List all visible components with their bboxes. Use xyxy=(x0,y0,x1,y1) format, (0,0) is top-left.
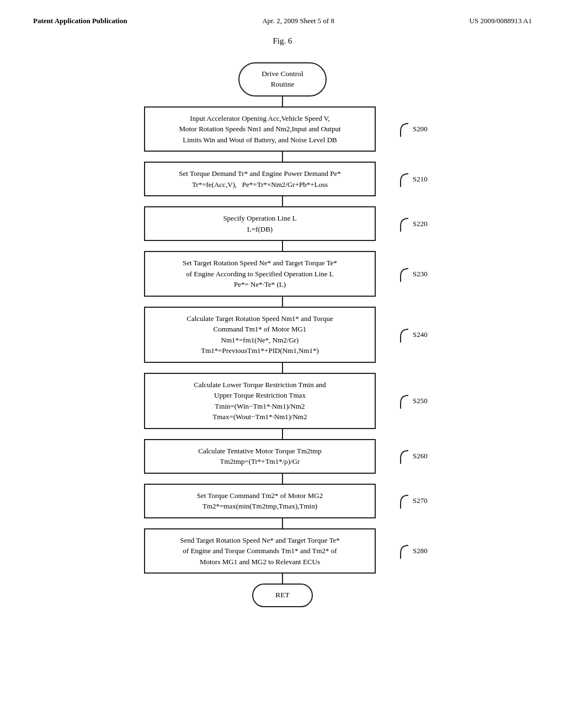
step-id-s260: S260 xyxy=(413,452,428,461)
step-id-s220: S220 xyxy=(413,220,428,228)
process-box-s210: Set Torque Demand Tr* and Engine Power D… xyxy=(144,162,376,196)
line xyxy=(282,363,283,373)
step-label-s240: S240 xyxy=(398,327,437,342)
connector-1 xyxy=(128,97,437,106)
step-id-s280: S280 xyxy=(413,547,428,555)
step-box-wrapper-s210: Set Torque Demand Tr* and Engine Power D… xyxy=(128,162,392,196)
step-box-wrapper-s260: Calculate Tentative Motor Torque Tm2tmp … xyxy=(128,439,392,474)
connector-10 xyxy=(128,574,437,584)
step-id-s230: S230 xyxy=(413,270,428,279)
step-arrow-s230-icon xyxy=(398,266,411,282)
step-box-wrapper-s230: Set Target Rotation Speed Ne* and Target… xyxy=(128,251,392,297)
step-arrow-s240-icon xyxy=(398,327,411,342)
step-box-wrapper-s250: Calculate Lower Torque Restriction Tmin … xyxy=(128,373,392,429)
step-box-wrapper-s220: Specify Operation Line L L=f(DB) xyxy=(128,206,392,241)
process-box-s280: Send Target Rotation Speed Ne* and Targe… xyxy=(144,528,376,574)
step-arrow-s210-icon xyxy=(398,172,411,187)
step-row-s210: Set Torque Demand Tr* and Engine Power D… xyxy=(128,162,437,196)
line xyxy=(282,429,283,439)
step-arrow-s250-icon xyxy=(398,393,411,409)
header-date-sheet: Apr. 2, 2009 Sheet 5 of 8 xyxy=(262,17,334,25)
step-box-wrapper-s280: Send Target Rotation Speed Ne* and Targe… xyxy=(128,528,392,574)
line xyxy=(282,518,283,528)
step-label-s230: S230 xyxy=(398,266,437,282)
step-label-s200: S200 xyxy=(398,121,437,137)
step-row-s280: Send Target Rotation Speed Ne* and Targe… xyxy=(128,528,437,574)
connector-5 xyxy=(128,297,437,307)
step-arrow-s220-icon xyxy=(398,216,411,232)
connector-2 xyxy=(128,152,437,162)
page-header: Patent Application Publication Apr. 2, 2… xyxy=(33,17,532,25)
connector-3 xyxy=(128,196,437,206)
step-label-s220: S220 xyxy=(398,216,437,232)
step-row-s250: Calculate Lower Torque Restriction Tmin … xyxy=(128,373,437,429)
line xyxy=(282,196,283,206)
step-id-s210: S210 xyxy=(413,175,428,184)
step-label-s280: S280 xyxy=(398,543,437,559)
step-box-wrapper-s240: Calculate Target Rotation Speed Nm1* and… xyxy=(128,307,392,363)
line xyxy=(282,97,283,106)
step-arrow-s280-icon xyxy=(398,543,411,559)
line xyxy=(282,474,283,484)
process-box-s230: Set Target Rotation Speed Ne* and Target… xyxy=(144,251,376,297)
step-row-s230: Set Target Rotation Speed Ne* and Target… xyxy=(128,251,437,297)
process-box-s220: Specify Operation Line L L=f(DB) xyxy=(144,206,376,241)
step-arrow-s260-icon xyxy=(398,448,411,464)
connector-4 xyxy=(128,241,437,251)
step-id-s270: S270 xyxy=(413,496,428,505)
step-label-s270: S270 xyxy=(398,493,437,508)
step-row-s240: Calculate Target Rotation Speed Nm1* and… xyxy=(128,307,437,363)
step-label-s210: S210 xyxy=(398,172,437,187)
step-id-s240: S240 xyxy=(413,330,428,339)
line xyxy=(282,297,283,307)
step-box-wrapper-s200: Input Accelerator Opening Acc,Vehicle Sp… xyxy=(128,106,392,152)
step-arrow-s200-icon xyxy=(398,121,411,137)
page: Patent Application Publication Apr. 2, 2… xyxy=(0,0,565,728)
connector-9 xyxy=(128,518,437,528)
step-label-s250: S250 xyxy=(398,393,437,409)
step-row-s220: Specify Operation Line L L=f(DB) S220 xyxy=(128,206,437,241)
line xyxy=(282,152,283,162)
step-row-s200: Input Accelerator Opening Acc,Vehicle Sp… xyxy=(128,106,437,152)
process-box-s250: Calculate Lower Torque Restriction Tmin … xyxy=(144,373,376,429)
connector-6 xyxy=(128,363,437,373)
line xyxy=(282,574,283,584)
line xyxy=(282,241,283,251)
connector-8 xyxy=(128,474,437,484)
process-box-s240: Calculate Target Rotation Speed Nm1* and… xyxy=(144,307,376,363)
connector-7 xyxy=(128,429,437,439)
step-id-s200: S200 xyxy=(413,125,428,133)
header-patent-number: US 2009/0088913 A1 xyxy=(470,17,532,25)
end-box: RET xyxy=(252,584,313,607)
step-id-s250: S250 xyxy=(413,397,428,405)
header-publication: Patent Application Publication xyxy=(33,17,127,25)
process-box-s270: Set Torque Command Tm2* of Motor MG2 Tm2… xyxy=(144,484,376,518)
step-arrow-s270-icon xyxy=(398,493,411,508)
process-box-s260: Calculate Tentative Motor Torque Tm2tmp … xyxy=(144,439,376,474)
step-row-s260: Calculate Tentative Motor Torque Tm2tmp … xyxy=(128,439,437,474)
step-label-s260: S260 xyxy=(398,448,437,464)
step-box-wrapper-s270: Set Torque Command Tm2* of Motor MG2 Tm2… xyxy=(128,484,392,518)
start-box: Drive Control Routine xyxy=(238,62,327,97)
flowchart: Drive Control Routine Input Accelerator … xyxy=(33,62,532,607)
figure-title: Fig. 6 xyxy=(33,36,532,46)
process-box-s200: Input Accelerator Opening Acc,Vehicle Sp… xyxy=(144,106,376,152)
step-row-s270: Set Torque Command Tm2* of Motor MG2 Tm2… xyxy=(128,484,437,518)
